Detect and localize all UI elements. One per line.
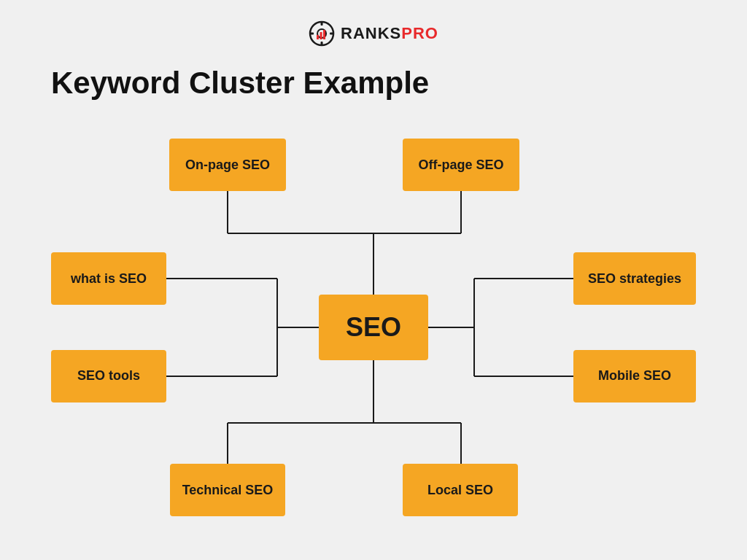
svg-rect-3: [321, 42, 323, 45]
page-title: Keyword Cluster Example: [51, 66, 429, 101]
node-seo-center: SEO: [319, 295, 428, 360]
svg-rect-5: [330, 33, 333, 35]
node-local-seo: Local SEO: [403, 464, 518, 516]
logo-icon: [309, 20, 335, 47]
svg-rect-4: [310, 33, 314, 35]
page-container: RANKSPRO Keyword Cluster Example: [0, 0, 747, 560]
node-mobile-seo: Mobile SEO: [573, 350, 696, 402]
svg-rect-6: [317, 35, 319, 39]
logo-area: RANKSPRO: [309, 20, 438, 47]
node-seo-tools: SEO tools: [51, 350, 166, 402]
logo-ranks: RANKS: [341, 24, 401, 42]
node-onpage-seo: On-page SEO: [169, 139, 286, 191]
node-what-is-seo: what is SEO: [51, 252, 166, 305]
svg-rect-8: [323, 30, 325, 39]
svg-rect-2: [321, 22, 323, 26]
node-seo-strategies: SEO strategies: [573, 252, 696, 305]
svg-rect-7: [320, 32, 322, 39]
node-offpage-seo: Off-page SEO: [403, 139, 519, 191]
logo-pro: PRO: [401, 24, 438, 42]
node-technical-seo: Technical SEO: [170, 464, 285, 516]
logo-text: RANKSPRO: [341, 24, 438, 43]
diagram: SEO On-page SEO Off-page SEO what is SEO…: [44, 124, 703, 531]
